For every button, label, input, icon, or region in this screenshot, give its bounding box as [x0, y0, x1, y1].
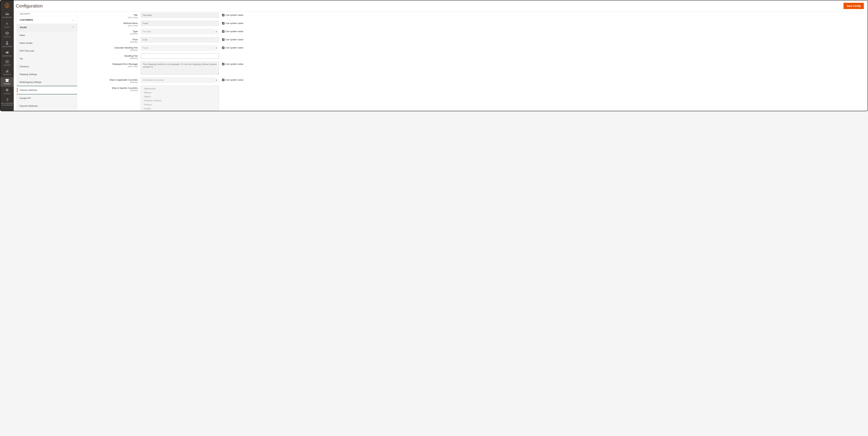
nav-item-stores[interactable]: STORES: [0, 77, 14, 87]
person-icon: [6, 41, 8, 46]
use-system-applicable-countries[interactable]: Use system value: [219, 78, 243, 81]
sidebar-item-tax[interactable]: Tax: [17, 55, 77, 63]
nav-label: CONTENT: [3, 64, 11, 66]
field-method-name: Method Name [store view] Use system valu…: [81, 21, 864, 27]
nav-item-partners[interactable]: FIND PARTNERS & EXTENSIONS: [0, 96, 14, 108]
applicable-countries-select[interactable]: All Allowed Countries: [141, 78, 219, 83]
method-name-input[interactable]: [141, 21, 219, 26]
country-option[interactable]: Afghanistan: [141, 87, 219, 90]
field-applicable-countries: Ship to Applicable Countries [website] A…: [81, 78, 864, 83]
nav-label: DASHBOARD: [2, 17, 12, 19]
svg-rect-5: [6, 71, 6, 72]
gauge-icon: [5, 12, 9, 16]
country-option[interactable]: Andorra: [141, 103, 219, 107]
gear-icon: [5, 88, 9, 92]
sidebar-item-checkout[interactable]: Checkout: [17, 63, 77, 70]
specific-countries-multiselect[interactable]: AfghanistanAlbaniaAlgeriaAmerican SamoaA…: [141, 86, 219, 111]
chevron-down-icon: ⌄: [72, 19, 74, 21]
field-label: Title: [81, 14, 138, 16]
svg-point-0: [6, 41, 8, 43]
megaphone-icon: [5, 51, 9, 55]
handling-fee-input[interactable]: [141, 54, 219, 59]
nav-item-catalog[interactable]: CATALOG: [0, 30, 14, 39]
sidebar-item-payment-methods[interactable]: Payment Methods: [17, 102, 77, 110]
sidebar-item-sales[interactable]: Sales: [17, 31, 77, 39]
section-sales[interactable]: SALES ⌃: [17, 24, 77, 31]
use-system-checkbox[interactable]: [222, 14, 224, 16]
type-select[interactable]: Per Item: [141, 29, 219, 34]
puzzle-icon: [5, 98, 9, 102]
section-sales-body: SalesSales EmailsPDF Print-outsTaxChecko…: [17, 31, 77, 110]
chevron-up-icon: ⌃: [72, 26, 74, 29]
use-system-method-name[interactable]: Use system value: [219, 21, 243, 25]
field-type: Type [website] Per Item ▼ Use system val…: [81, 29, 864, 35]
section-customers[interactable]: CUSTOMERS ⌄: [17, 16, 77, 24]
country-option[interactable]: Algeria: [141, 94, 219, 98]
calc-handling-select[interactable]: Fixed: [141, 46, 219, 50]
country-option[interactable]: American Samoa: [141, 98, 219, 103]
use-system-calc-handling[interactable]: Use system value: [219, 46, 243, 49]
nav-item-marketing[interactable]: MARKETING: [0, 49, 14, 59]
admin-nav: DASHBOARDSALESCATALOGCUSTOMERSMARKETINGC…: [0, 0, 14, 111]
sidebar-item-google-api[interactable]: Google API: [17, 94, 77, 102]
nav-item-reports[interactable]: REPORTS: [0, 68, 14, 77]
field-scope: [store view]: [81, 16, 138, 19]
svg-rect-7: [8, 70, 8, 72]
field-handling-fee: Handling Fee [website]: [81, 54, 864, 59]
title-input[interactable]: [141, 13, 219, 18]
use-system-title[interactable]: Use system value: [219, 13, 243, 16]
nav-label: STORES: [4, 83, 10, 85]
price-input[interactable]: [141, 37, 219, 42]
svg-rect-6: [7, 70, 7, 72]
field-title: Title [store view] Use system value: [81, 13, 864, 19]
config-sidebar: SECURITY CUSTOMERS ⌄ SALES ⌃ SalesSales …: [17, 12, 77, 111]
nav-label: CATALOG: [3, 36, 11, 38]
field-error-msg: Displayed Error Message [store view] Thi…: [81, 62, 864, 75]
nav-label: REPORTS: [3, 74, 11, 76]
country-option[interactable]: Angola: [141, 107, 219, 111]
nav-item-content[interactable]: CONTENT: [0, 59, 14, 68]
field-specific-countries: Ship to Specific Countries [website] Afg…: [81, 86, 864, 111]
sidebar-item-sales-emails[interactable]: Sales Emails: [17, 39, 77, 47]
save-config-button[interactable]: Save Config: [843, 3, 864, 9]
country-option[interactable]: Albania: [141, 90, 219, 94]
storefront-icon: [5, 79, 9, 83]
nav-label: MARKETING: [2, 55, 12, 57]
nav-item-dashboard[interactable]: DASHBOARD: [0, 11, 14, 20]
page-header: Configuration Save Config: [14, 0, 868, 12]
field-price: Price [website] Use system value: [81, 37, 864, 43]
magento-logo[interactable]: [0, 0, 14, 11]
nav-item-sales[interactable]: SALES: [0, 20, 14, 30]
box-icon: [5, 32, 9, 36]
dollar-icon: [6, 22, 8, 26]
newspaper-icon: [5, 60, 9, 64]
sidebar-item-delivery-methods[interactable]: Delivery Methods: [17, 86, 77, 94]
error-msg-textarea[interactable]: This shipping method is not available. T…: [141, 62, 219, 75]
nav-label: CUSTOMERS: [2, 46, 12, 48]
field-calc-handling: Calculate Handling Fee [website] Fixed ▼…: [81, 46, 864, 51]
nav-label: SYSTEM: [4, 93, 10, 95]
use-system-type[interactable]: Use system value: [219, 29, 243, 33]
sidebar-item-shipping-settings[interactable]: Shipping Settings: [17, 70, 77, 78]
nav-label: SALES: [4, 26, 9, 28]
nav-item-customers[interactable]: CUSTOMERS: [0, 39, 14, 49]
nav-label: FIND PARTNERS & EXTENSIONS: [1, 103, 13, 106]
form-area: Title [store view] Use system value Meth…: [77, 12, 868, 111]
barchart-icon: [6, 70, 8, 73]
use-system-price[interactable]: Use system value: [219, 37, 243, 41]
section-security[interactable]: SECURITY: [17, 12, 77, 16]
page-title: Configuration: [16, 3, 43, 9]
use-system-error-msg[interactable]: Use system value: [219, 62, 243, 65]
sidebar-item-multishipping-settings[interactable]: Multishipping Settings: [17, 78, 77, 86]
nav-item-system[interactable]: SYSTEM: [0, 87, 14, 96]
sidebar-item-pdf-print-outs[interactable]: PDF Print-outs: [17, 47, 77, 55]
